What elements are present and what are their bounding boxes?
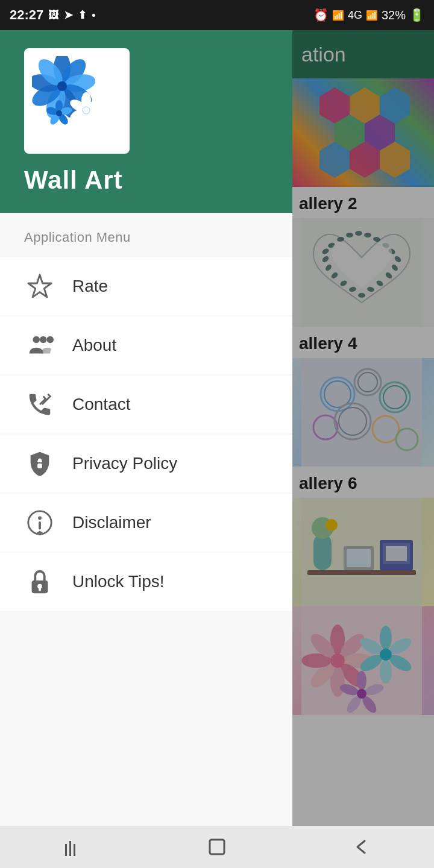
- battery-percent: 32%: [382, 8, 406, 22]
- svg-point-80: [57, 81, 67, 91]
- menu-item-about[interactable]: About: [0, 316, 292, 374]
- menu-item-rate[interactable]: Rate: [0, 257, 292, 315]
- image-notification-icon: 🖼: [48, 9, 59, 22]
- svg-rect-98: [37, 464, 42, 468]
- svg-point-95: [40, 336, 47, 344]
- alarm-icon: ⏰: [313, 8, 329, 22]
- svg-rect-108: [74, 844, 75, 856]
- recent-apps-button[interactable]: [54, 829, 90, 865]
- home-button[interactable]: [199, 829, 235, 865]
- app-title: Wall Art: [24, 166, 274, 195]
- nav-bar: [0, 826, 434, 868]
- menu-section-label: Application Menu: [0, 213, 292, 257]
- lock-icon: [24, 566, 55, 597]
- unlock-label: Unlock Tips!: [72, 572, 165, 591]
- svg-rect-105: [39, 588, 41, 591]
- svg-point-101: [38, 516, 42, 520]
- drawer-overlay[interactable]: [292, 30, 434, 868]
- upload-icon: ⬆: [78, 8, 87, 22]
- menu-item-contact[interactable]: Contact: [0, 376, 292, 433]
- drawer-header: Wall Art: [0, 30, 292, 213]
- star-icon: [24, 271, 55, 302]
- status-right: ⏰ 📶 4G 📶 32% 🔋: [313, 8, 424, 22]
- rate-label: Rate: [72, 277, 108, 296]
- contact-label: Contact: [72, 395, 131, 414]
- people-icon: [24, 330, 55, 361]
- svg-point-94: [33, 336, 40, 344]
- disclaimer-label: Disclaimer: [72, 513, 151, 532]
- status-bar: 22:27 🖼 ➤ ⬆ • ⏰ 📶 4G 📶 32% 🔋: [0, 0, 434, 30]
- app-logo: [24, 48, 130, 154]
- app-logo-image: [31, 54, 122, 148]
- svg-point-87: [83, 107, 90, 114]
- drawer-body: Application Menu Rate: [0, 213, 292, 868]
- svg-point-96: [47, 336, 54, 344]
- menu-item-unlock[interactable]: Unlock Tips!: [0, 553, 292, 611]
- svg-rect-107: [69, 841, 71, 856]
- 4g-label: 4G: [348, 9, 362, 22]
- signal-icon: 📶: [332, 10, 344, 21]
- signal2-icon: 📶: [366, 10, 378, 21]
- main-container: ation aller: [0, 30, 434, 868]
- info-icon: [24, 507, 55, 538]
- location-icon: ➤: [64, 8, 73, 22]
- shield-icon: [24, 448, 55, 479]
- svg-rect-102: [39, 521, 41, 529]
- status-left: 22:27 🖼 ➤ ⬆ •: [10, 7, 96, 23]
- back-button[interactable]: [344, 829, 380, 865]
- battery-icon: 🔋: [409, 8, 424, 22]
- time: 22:27: [10, 7, 43, 23]
- dot-icon: •: [92, 9, 95, 22]
- svg-rect-106: [65, 844, 67, 856]
- menu-item-privacy[interactable]: Privacy Policy: [0, 435, 292, 492]
- svg-point-99: [38, 458, 42, 462]
- phone-icon: [24, 389, 55, 420]
- menu-item-disclaimer[interactable]: Disclaimer: [0, 494, 292, 552]
- svg-point-93: [56, 110, 62, 116]
- privacy-label: Privacy Policy: [72, 454, 177, 473]
- drawer-panel: Wall Art Application Menu Rate: [0, 30, 292, 868]
- svg-rect-109: [210, 840, 224, 854]
- about-label: About: [72, 336, 116, 355]
